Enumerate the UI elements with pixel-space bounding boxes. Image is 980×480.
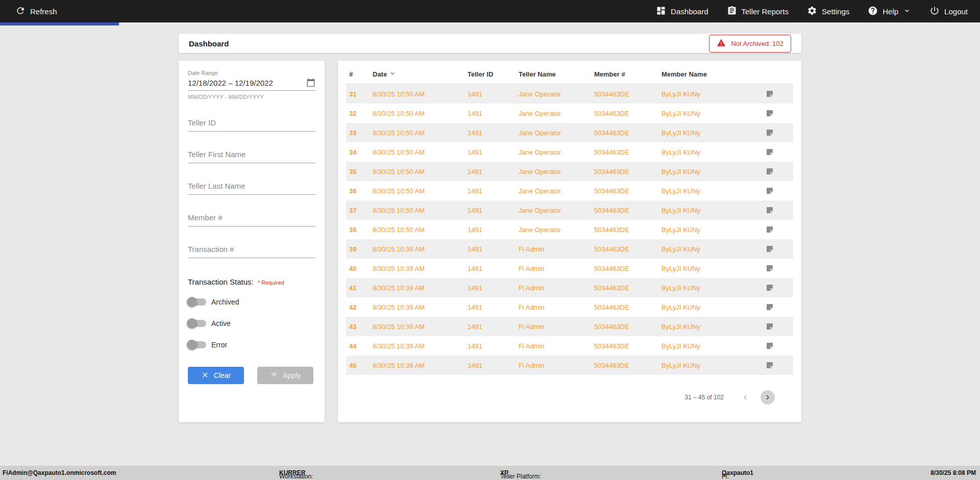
cell-member-name: ByLyJI KUNy	[662, 342, 766, 350]
pagination-range: 31 – 45 of 102	[684, 394, 724, 401]
table-row[interactable]: 41 8/30/25 10:39 AM 1491 Fi Admin 503446…	[346, 278, 793, 297]
error-toggle[interactable]	[188, 341, 206, 348]
transaction-status-label: Transaction Status:	[188, 277, 254, 286]
apply-button[interactable]: Apply	[257, 367, 313, 384]
cell-date: 8/30/25 10:39 AM	[373, 362, 468, 369]
cell-teller-id: 1491	[468, 265, 519, 272]
note-icon[interactable]	[766, 245, 790, 253]
nav-logout-label: Logout	[944, 7, 968, 16]
nav-dashboard[interactable]: Dashboard	[656, 6, 708, 17]
calendar-icon[interactable]	[306, 78, 315, 87]
cell-member-name: ByLyJI KUNy	[662, 90, 766, 98]
note-icon[interactable]	[766, 284, 790, 292]
not-archived-badge[interactable]: Not Archived: 102	[709, 35, 791, 53]
cell-num: 32	[349, 110, 373, 117]
table-row[interactable]: 45 8/30/25 10:39 AM 1491 Fi Admin 503446…	[346, 356, 793, 375]
nav-help[interactable]: Help	[868, 6, 911, 17]
refresh-label: Refresh	[30, 7, 57, 16]
table-row[interactable]: 39 8/30/25 10:39 AM 1491 Fi Admin 503446…	[346, 239, 793, 259]
teller-last-name-field	[188, 182, 315, 195]
table-row[interactable]: 34 8/30/25 10:50 AM 1491 Jane Operator 5…	[346, 142, 793, 162]
table-row[interactable]: 31 8/30/25 10:50 AM 1491 Jane Operator 5…	[346, 84, 793, 104]
nav-teller-reports[interactable]: Teller Reports	[727, 6, 789, 17]
table-row[interactable]: 37 8/30/25 10:50 AM 1491 Jane Operator 5…	[346, 200, 793, 220]
cell-num: 42	[349, 304, 373, 311]
cell-member-name: ByLyJI KUNy	[662, 284, 766, 292]
page-title: Dashboard	[189, 39, 229, 48]
member-number-input[interactable]	[188, 213, 315, 226]
refresh-button[interactable]: Refresh	[15, 6, 57, 17]
toggle-archived: Archived	[188, 296, 315, 308]
transaction-number-field	[188, 245, 315, 258]
prev-page-button[interactable]	[738, 390, 752, 405]
note-icon[interactable]	[766, 322, 790, 331]
cell-num: 36	[349, 187, 373, 195]
cell-date: 8/30/25 10:50 AM	[373, 187, 468, 195]
cell-member-name: ByLyJI KUNy	[662, 245, 766, 253]
cell-date: 8/30/25 10:39 AM	[373, 245, 468, 253]
cell-member-num: 5034463DE	[594, 129, 662, 137]
next-page-button[interactable]	[761, 390, 775, 405]
nav-logout[interactable]: Logout	[929, 6, 968, 17]
table-row[interactable]: 38 8/30/25 10:50 AM 1491 Jane Operator 5…	[346, 220, 793, 239]
teller-first-name-input[interactable]	[188, 150, 315, 163]
note-icon[interactable]	[766, 342, 790, 350]
cell-teller-id: 1491	[468, 304, 519, 311]
note-icon[interactable]	[766, 225, 790, 234]
archived-toggle[interactable]	[188, 298, 206, 306]
cell-member-num: 5034463DE	[594, 207, 662, 214]
power-icon	[929, 6, 940, 17]
nav-settings[interactable]: Settings	[807, 6, 849, 17]
table-row[interactable]: 32 8/30/25 10:50 AM 1491 Jane Operator 5…	[346, 104, 793, 123]
note-icon[interactable]	[766, 109, 790, 117]
required-label: * Required	[258, 280, 284, 286]
table-row[interactable]: 42 8/30/25 10:39 AM 1491 Fi Admin 503446…	[346, 297, 793, 317]
cell-date: 8/30/25 10:50 AM	[373, 168, 468, 175]
cell-date: 8/30/25 10:50 AM	[373, 148, 468, 156]
transaction-number-input[interactable]	[188, 245, 315, 258]
note-icon[interactable]	[766, 303, 790, 311]
cell-member-num: 5034463DE	[594, 265, 662, 272]
cell-num: 37	[349, 207, 373, 214]
table-row[interactable]: 33 8/30/25 10:50 AM 1491 Jane Operator 5…	[346, 123, 793, 142]
note-icon[interactable]	[766, 148, 790, 156]
note-icon[interactable]	[766, 90, 790, 98]
cell-date: 8/30/25 10:50 AM	[373, 226, 468, 234]
table-row[interactable]: 35 8/30/25 10:50 AM 1491 Jane Operator 5…	[346, 162, 793, 181]
status-teller-platform: Teller Platform: XP	[500, 469, 508, 476]
cell-teller-id: 1491	[468, 90, 519, 98]
date-range-value[interactable]: 12/18/2022 – 12/19/2022	[188, 79, 273, 87]
teller-id-input[interactable]	[188, 118, 315, 132]
date-range-field[interactable]: Date Range 12/18/2022 – 12/19/2022 MM/DD…	[188, 70, 315, 100]
filters-panel: Date Range 12/18/2022 – 12/19/2022 MM/DD…	[179, 61, 325, 422]
archived-toggle-label: Archived	[211, 298, 239, 306]
filter-icon	[270, 371, 278, 381]
clear-button-label: Clear	[214, 371, 231, 380]
cell-num: 39	[349, 245, 373, 253]
cell-member-name: ByLyJI KUNy	[662, 304, 766, 311]
table-row[interactable]: 43 8/30/25 10:39 AM 1491 Fi Admin 503446…	[346, 317, 793, 336]
cell-member-name: ByLyJI KUNy	[662, 207, 766, 214]
note-icon[interactable]	[766, 187, 790, 195]
nav-help-label: Help	[883, 7, 898, 16]
clear-button[interactable]: Clear	[188, 367, 244, 384]
note-icon[interactable]	[766, 264, 790, 272]
nav-teller-reports-label: Teller Reports	[742, 7, 789, 16]
apply-button-label: Apply	[283, 371, 301, 380]
table-row[interactable]: 40 8/30/25 10:39 AM 1491 Fi Admin 503446…	[346, 259, 793, 278]
cell-member-num: 5034463DE	[594, 110, 662, 117]
table-row[interactable]: 36 8/30/25 10:50 AM 1491 Jane Operator 5…	[346, 181, 793, 200]
note-icon[interactable]	[766, 129, 790, 137]
table-row[interactable]: 44 8/30/25 10:39 AM 1491 Fi Admin 503446…	[346, 336, 793, 356]
note-icon[interactable]	[766, 206, 790, 214]
cell-teller-id: 1491	[468, 342, 519, 350]
col-date[interactable]: Date	[373, 70, 468, 79]
teller-last-name-input[interactable]	[188, 182, 315, 195]
active-toggle[interactable]	[188, 320, 206, 327]
cell-teller-id: 1491	[468, 226, 519, 234]
note-icon[interactable]	[766, 361, 790, 369]
cell-teller-id: 1491	[468, 245, 519, 253]
status-user: FiAdmin@Qaxpauto1.onmicrosoft.com	[3, 469, 116, 476]
cell-num: 33	[349, 129, 373, 137]
note-icon[interactable]	[766, 167, 790, 175]
